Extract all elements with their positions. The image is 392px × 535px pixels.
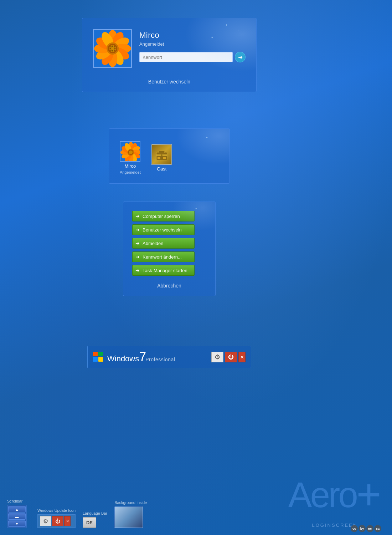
- mini-close-icon[interactable]: ✕: [64, 516, 71, 526]
- svg-point-18: [114, 46, 115, 47]
- user-thumb-mirco: [120, 141, 140, 162]
- close-icon-button[interactable]: ✕: [238, 352, 246, 362]
- language-label: Language Bar: [83, 511, 107, 515]
- change-password-button[interactable]: ➜ Kennwort ändern...: [132, 251, 195, 262]
- svg-rect-45: [163, 157, 166, 159]
- bg-include-label: Background Inside: [114, 500, 147, 505]
- change-password-label: Kennwort ändern...: [143, 254, 182, 260]
- win7-windows-label: Windows: [107, 354, 139, 363]
- language-section: Language Bar DE: [83, 511, 107, 528]
- sparkle-4: ✦: [206, 136, 208, 139]
- svg-point-39: [129, 151, 133, 154]
- win-update-icons-group: ⚙ ⏻ ✕: [37, 514, 76, 528]
- user-status-mirco: Angemeldet: [120, 170, 141, 174]
- user-name-mirco: Mirco: [124, 163, 136, 169]
- user-name-gast: Gast: [157, 166, 166, 172]
- mini-gear-icon[interactable]: ⚙: [40, 516, 51, 526]
- user-status: Angemeldet: [139, 41, 246, 47]
- switch-user-label: Benutzer wechseln: [143, 227, 182, 233]
- cc-icon-1: cc: [351, 525, 358, 532]
- cc-license-icons: cc by nc sa: [351, 525, 381, 532]
- logout-button[interactable]: ➜ Abmelden: [132, 238, 195, 249]
- svg-point-16: [110, 46, 112, 47]
- task-manager-button[interactable]: ➜ Task-Manager starten: [132, 265, 195, 276]
- login-panel: ✦ · ✦: [82, 18, 257, 92]
- arrow-icon-5: ➜: [135, 268, 140, 273]
- login-top: Mirco Angemeldet ➜: [93, 29, 246, 68]
- lock-computer-label: Computer sperren: [143, 214, 180, 219]
- svg-rect-50: [98, 357, 103, 362]
- win-update-section: Windows Update Icon ⚙ ⏻ ✕: [37, 508, 76, 528]
- scrollbar-section: Scrollbar ▲ ▬ ▼: [7, 499, 27, 528]
- aero-plus-label: +: [356, 470, 381, 519]
- scrollbar-widget: ▲ ▬ ▼: [7, 505, 27, 528]
- svg-point-21: [112, 50, 113, 52]
- scrollbar-label: Scrollbar: [7, 499, 22, 503]
- password-row: ➜: [139, 52, 246, 62]
- login-info: Mirco Angemeldet ➜: [139, 29, 246, 62]
- avatar: [93, 29, 132, 68]
- language-button[interactable]: DE: [83, 517, 96, 528]
- win-update-label: Windows Update Icon: [37, 508, 76, 513]
- svg-point-17: [112, 45, 113, 47]
- bg-include-section: Background Inside: [114, 500, 147, 528]
- svg-rect-49: [93, 357, 98, 362]
- windows-logo: [93, 352, 104, 362]
- task-manager-label: Task-Manager starten: [143, 268, 187, 273]
- user-item-gast[interactable]: Gast: [151, 144, 172, 172]
- arrow-icon-4: ➜: [135, 254, 140, 260]
- svg-rect-44: [158, 157, 160, 159]
- svg-rect-42: [159, 151, 165, 153]
- aero-branding: Aero + LOGINSCREEN: [288, 477, 381, 528]
- cc-icon-4: sa: [374, 525, 381, 532]
- power-icon-button[interactable]: ⏻: [225, 352, 237, 362]
- login-submit-button[interactable]: ➜: [235, 52, 246, 62]
- mini-power-icon[interactable]: ⏻: [52, 516, 63, 526]
- sparkle-7: ·: [130, 213, 131, 216]
- bg-thumbnail: [114, 506, 143, 528]
- svg-point-46: [161, 154, 163, 156]
- svg-point-19: [114, 48, 116, 49]
- users-row: Mirco Angemeldet Gast: [120, 141, 219, 174]
- win7-pro-label: Professional: [145, 357, 175, 362]
- sparkle-5: ·: [218, 132, 219, 136]
- password-input[interactable]: [139, 52, 233, 62]
- win7-icons: ⚙ ⏻ ✕: [211, 352, 246, 362]
- svg-point-20: [114, 50, 115, 51]
- cc-icon-3: nc: [366, 525, 373, 532]
- action-panel: ✦ · ➜ Computer sperren ➜ Benutzer wechse…: [123, 202, 216, 296]
- win7-seven-label: 7: [139, 350, 145, 365]
- cc-icon-2: by: [359, 525, 366, 532]
- arrow-icon-3: ➜: [135, 240, 140, 246]
- win7-bar: Windows 7 Professional ⚙ ⏻ ✕: [87, 346, 251, 368]
- sparkle-1: ✦: [225, 24, 228, 27]
- sparkle-6: ✦: [195, 207, 197, 210]
- user-item-mirco[interactable]: Mirco Angemeldet: [120, 141, 141, 174]
- settings-icon-button[interactable]: ⚙: [211, 352, 223, 362]
- aero-label: Aero: [288, 477, 356, 513]
- cancel-link[interactable]: Abbrechen: [132, 283, 206, 289]
- switch-user-link[interactable]: Benutzer wechseln: [93, 79, 246, 85]
- scroll-down-button[interactable]: ▼: [8, 520, 26, 527]
- svg-point-22: [110, 50, 112, 51]
- arrow-icon-2: ➜: [135, 227, 140, 233]
- lock-computer-button[interactable]: ➜ Computer sperren: [132, 211, 195, 221]
- switch-user-button[interactable]: ➜ Benutzer wechseln: [132, 224, 195, 235]
- scroll-up-button[interactable]: ▲: [8, 506, 26, 513]
- win7-text: Windows 7 Professional: [107, 350, 208, 365]
- user-switch-panel: ✦ ·: [109, 128, 230, 184]
- svg-rect-47: [93, 352, 98, 356]
- arrow-icon-1: ➜: [135, 213, 140, 219]
- username: Mirco: [139, 31, 246, 40]
- user-thumb-gast: [151, 144, 172, 165]
- logout-label: Abmelden: [143, 241, 164, 246]
- svg-rect-48: [98, 352, 103, 356]
- scroll-mid-button[interactable]: ▬: [8, 513, 26, 520]
- svg-point-23: [109, 48, 111, 49]
